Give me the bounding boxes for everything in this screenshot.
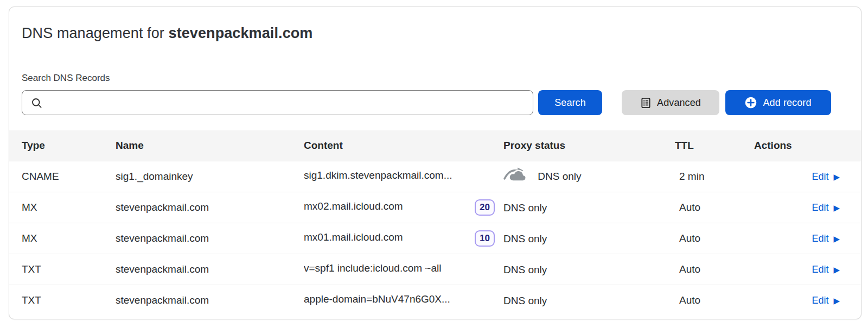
- record-name: sig1._domainkey: [116, 161, 304, 192]
- edit-arrow-icon: ▶: [833, 173, 840, 181]
- record-proxy-status-label: DNS only: [503, 263, 547, 275]
- record-actions: Edit▶: [754, 223, 861, 254]
- record-type: MX: [9, 223, 116, 254]
- record-type: TXT: [9, 285, 116, 316]
- edit-record-link[interactable]: Edit▶: [812, 264, 840, 275]
- header-name: Name: [116, 130, 304, 161]
- dns-table-body: CNAME sig1._domainkey sig1.dkim.stevenpa…: [9, 161, 861, 316]
- record-name: stevenpackmail.com: [116, 285, 304, 316]
- header-proxy-status: Proxy status: [503, 130, 675, 161]
- priority-badge: 10: [475, 230, 495, 247]
- edit-record-label: Edit: [812, 264, 828, 275]
- record-proxy-status-label: DNS only: [538, 171, 581, 182]
- add-record-button[interactable]: Add record: [725, 90, 831, 115]
- edit-record-label: Edit: [812, 233, 828, 244]
- edit-record-link[interactable]: Edit▶: [812, 233, 840, 244]
- record-proxy-status: DNS only: [503, 285, 675, 316]
- record-ttl: Auto: [675, 254, 754, 285]
- record-content-text: sig1.dkim.stevenpackmail.com...: [304, 169, 452, 181]
- dns-record-row: TXT stevenpackmail.com apple-domain=bNuV…: [9, 285, 861, 316]
- edit-record-label: Edit: [812, 295, 828, 306]
- edit-arrow-icon: ▶: [833, 297, 840, 305]
- record-content: v=spf1 include:icloud.com ~all: [304, 254, 503, 285]
- dns-only-cloud-icon: [503, 166, 528, 185]
- record-content-text: v=spf1 include:icloud.com ~all: [304, 262, 441, 274]
- edit-record-link[interactable]: Edit▶: [812, 295, 840, 306]
- record-ttl: Auto: [675, 192, 754, 223]
- record-content-text: mx02.mail.icloud.com: [304, 200, 403, 212]
- record-type: CNAME: [9, 161, 116, 192]
- edit-record-link[interactable]: Edit▶: [812, 171, 840, 183]
- header-content: Content: [304, 130, 503, 161]
- page-title: DNS management for stevenpackmail.com: [22, 25, 861, 42]
- dns-management-card: DNS management for stevenpackmail.com Se…: [9, 7, 861, 319]
- header-type: Type: [9, 130, 116, 161]
- page-title-prefix: DNS management for: [22, 25, 169, 41]
- dns-record-row: MX stevenpackmail.com mx02.mail.icloud.c…: [9, 192, 861, 223]
- edit-record-label: Edit: [812, 171, 828, 183]
- record-ttl: 2 min: [675, 161, 754, 192]
- search-input[interactable]: [48, 91, 528, 116]
- record-actions: Edit▶: [754, 192, 861, 223]
- edit-arrow-icon: ▶: [833, 235, 840, 243]
- priority-badge: 20: [475, 199, 495, 216]
- record-actions: Edit▶: [754, 254, 861, 285]
- list-icon: [640, 97, 652, 109]
- record-proxy-status: DNS only: [503, 161, 675, 192]
- record-proxy-status-label: DNS only: [503, 232, 547, 244]
- record-proxy-status: DNS only: [503, 254, 675, 285]
- record-name: stevenpackmail.com: [116, 192, 304, 223]
- plus-circle-icon: [745, 97, 757, 109]
- record-type: TXT: [9, 254, 116, 285]
- header-ttl: TTL: [675, 130, 754, 161]
- record-proxy-status-label: DNS only: [503, 294, 547, 306]
- header-actions: Actions: [754, 130, 861, 161]
- record-content-text: apple-domain=bNuV47n6G0X...: [304, 293, 450, 305]
- record-content: mx01.mail.icloud.com 10: [304, 223, 503, 254]
- record-ttl: Auto: [675, 223, 754, 254]
- record-name: stevenpackmail.com: [116, 223, 304, 254]
- add-record-button-label: Add record: [763, 97, 811, 109]
- edit-arrow-icon: ▶: [833, 204, 840, 212]
- advanced-button[interactable]: Advanced: [622, 90, 719, 115]
- record-content: apple-domain=bNuV47n6G0X...: [304, 285, 503, 316]
- table-header-row: Type Name Content Proxy status TTL Actio…: [9, 130, 861, 161]
- record-actions: Edit▶: [754, 161, 861, 192]
- dns-record-row: MX stevenpackmail.com mx01.mail.icloud.c…: [9, 223, 861, 254]
- search-input-wrapper: [22, 90, 533, 115]
- record-proxy-status: DNS only: [503, 223, 675, 254]
- edit-record-link[interactable]: Edit▶: [812, 202, 840, 213]
- search-button[interactable]: Search: [538, 90, 602, 115]
- record-content: sig1.dkim.stevenpackmail.com...: [304, 161, 503, 192]
- edit-arrow-icon: ▶: [833, 266, 840, 274]
- page-title-domain: stevenpackmail.com: [169, 25, 313, 41]
- record-name: stevenpackmail.com: [116, 254, 304, 285]
- advanced-button-label: Advanced: [657, 97, 701, 109]
- search-toolbar: Search Advanced Add record: [22, 90, 848, 116]
- record-content: mx02.mail.icloud.com 20: [304, 192, 503, 223]
- edit-record-label: Edit: [812, 202, 828, 213]
- dns-record-row: CNAME sig1._domainkey sig1.dkim.stevenpa…: [9, 161, 861, 192]
- record-actions: Edit▶: [754, 285, 861, 316]
- record-proxy-status-label: DNS only: [503, 202, 547, 213]
- dns-records-table: Type Name Content Proxy status TTL Actio…: [9, 130, 861, 316]
- record-proxy-status: DNS only: [503, 192, 675, 223]
- record-content-text: mx01.mail.icloud.com: [304, 231, 403, 243]
- record-ttl: Auto: [675, 285, 754, 316]
- record-type: MX: [9, 192, 116, 223]
- dns-record-row: TXT stevenpackmail.com v=spf1 include:ic…: [9, 254, 861, 285]
- search-label: Search DNS Records: [22, 73, 861, 84]
